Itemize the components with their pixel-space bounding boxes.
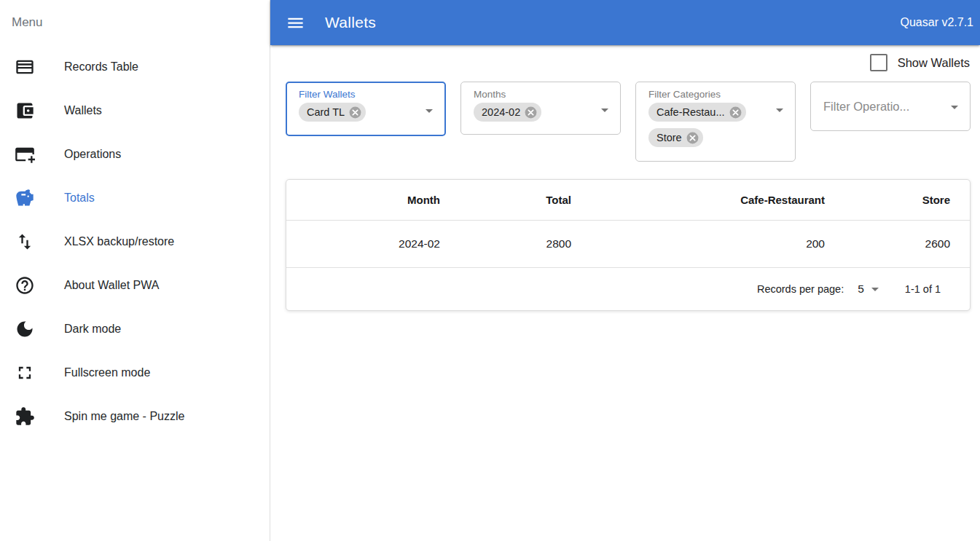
chip-label: Card TL: [307, 106, 345, 118]
sidebar-item-label: Spin me game - Puzzle: [64, 410, 184, 423]
puzzle-icon: [15, 406, 35, 427]
app-header: Wallets Quasar v2.7.1: [270, 0, 980, 45]
filter-categories-select[interactable]: Filter Categories Cafe-Restau... Store: [635, 82, 796, 162]
hamburger-menu-button[interactable]: [280, 7, 310, 38]
filter-categories-label: Filter Categories: [648, 89, 769, 100]
sidebar-item-spin-game[interactable]: Spin me game - Puzzle: [0, 395, 270, 438]
cell-month: 2024-02: [286, 221, 452, 267]
records-per-page-label: Records per page:: [757, 283, 844, 295]
chip-remove-icon[interactable]: [729, 106, 742, 119]
sidebar: Menu Records Table Wallets Operations To…: [0, 0, 270, 541]
sidebar-item-label: Records Table: [64, 60, 138, 74]
column-header-month: Month: [286, 180, 452, 220]
months-label: Months: [474, 89, 594, 100]
chip-label: Store: [656, 132, 682, 143]
chip-store: Store: [648, 128, 703, 147]
sidebar-item-wallets[interactable]: Wallets: [0, 89, 270, 133]
column-header-cafe-restaurant: Cafe-Restaurant: [583, 180, 836, 220]
filter-wallets-label: Filter Wallets: [299, 89, 419, 100]
sidebar-item-totals[interactable]: Totals: [0, 176, 270, 220]
cell-store: 2600: [836, 221, 970, 267]
chip-card-tl: Card TL: [299, 103, 366, 122]
app-version-label: Quasar v2.7.1: [901, 16, 974, 29]
hamburger-icon: [286, 13, 305, 33]
records-per-page-select[interactable]: 5: [858, 280, 884, 298]
table-row[interactable]: 2024-02 2800 200 2600: [286, 221, 970, 268]
sidebar-item-about[interactable]: About Wallet PWA: [0, 264, 270, 307]
sidebar-item-label: Wallets: [64, 104, 102, 117]
piggy-bank-icon: [15, 188, 35, 208]
filter-operations-select[interactable]: Filter Operatio...: [810, 82, 971, 131]
fullscreen-icon: [15, 363, 35, 383]
chip-remove-icon[interactable]: [524, 106, 538, 119]
sidebar-item-label: XLSX backup/restore: [64, 235, 174, 248]
chip-cafe-restaurant: Cafe-Restau...: [648, 103, 746, 122]
chip-label: Cafe-Restau...: [656, 106, 725, 118]
totals-table: Month Total Cafe-Restaurant Store 2024-0…: [286, 179, 971, 311]
sidebar-item-xlsx-backup[interactable]: XLSX backup/restore: [0, 220, 270, 264]
column-header-total: Total: [452, 180, 583, 220]
moon-icon: [15, 319, 35, 339]
chip-2024-02: 2024-02: [474, 103, 541, 122]
filter-operations-placeholder: Filter Operatio...: [823, 100, 909, 114]
wallet-icon: [15, 100, 35, 121]
sidebar-item-fullscreen[interactable]: Fullscreen mode: [0, 351, 270, 395]
page-title: Wallets: [325, 14, 376, 31]
sidebar-item-records-table[interactable]: Records Table: [0, 45, 270, 89]
sidebar-item-label: Fullscreen mode: [64, 366, 150, 379]
chevron-down-icon: [866, 280, 884, 298]
chevron-down-icon[interactable]: [771, 101, 788, 119]
add-card-icon: [15, 144, 35, 165]
chip-remove-icon[interactable]: [686, 131, 699, 145]
chevron-down-icon[interactable]: [596, 101, 614, 119]
sidebar-item-label: About Wallet PWA: [64, 279, 159, 292]
records-per-page-value: 5: [858, 283, 864, 296]
show-wallets-label: Show Wallets: [898, 56, 970, 70]
chevron-down-icon[interactable]: [420, 102, 438, 119]
sidebar-item-operations[interactable]: Operations: [0, 133, 270, 176]
sidebar-item-dark-mode[interactable]: Dark mode: [0, 307, 270, 351]
cell-total: 2800: [452, 221, 583, 267]
sidebar-item-label: Dark mode: [64, 323, 121, 336]
chip-label: 2024-02: [482, 106, 520, 118]
filter-wallets-select[interactable]: Filter Wallets Card TL: [286, 82, 446, 136]
table-header-row: Month Total Cafe-Restaurant Store: [286, 180, 970, 221]
cell-cafe-restaurant: 200: [583, 221, 836, 267]
sidebar-title: Menu: [0, 0, 270, 45]
chip-remove-icon[interactable]: [348, 106, 362, 119]
help-icon: [15, 275, 35, 296]
show-wallets-toggle[interactable]: Show Wallets: [870, 54, 970, 71]
sidebar-item-label: Operations: [64, 148, 121, 161]
months-select[interactable]: Months 2024-02: [460, 82, 621, 135]
filters-row: Filter Wallets Card TL Months 2024-02 Fi…: [286, 82, 971, 162]
swap-vertical-icon: [15, 232, 35, 252]
sidebar-item-label: Totals: [64, 191, 95, 205]
records-table-icon: [15, 57, 35, 77]
pagination-range-label: 1-1 of 1: [905, 283, 941, 295]
column-header-store: Store: [836, 180, 970, 220]
show-wallets-checkbox[interactable]: [870, 54, 887, 71]
table-pagination: Records per page: 5 1-1 of 1: [286, 268, 970, 310]
chevron-down-icon[interactable]: [946, 98, 963, 116]
